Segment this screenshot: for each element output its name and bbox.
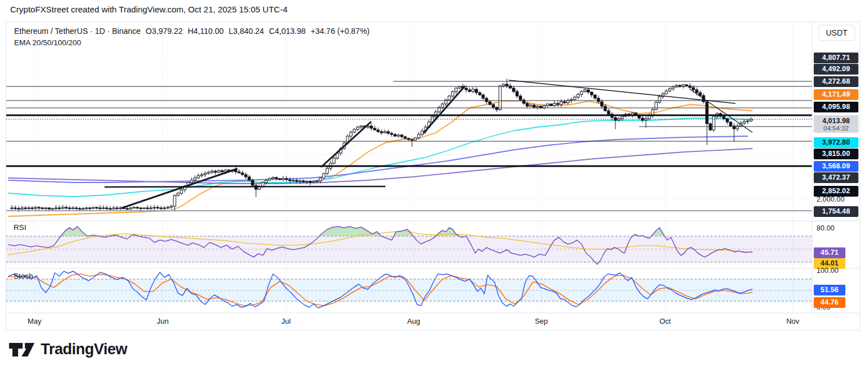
month-label: Sep [530, 317, 553, 325]
currency-button[interactable]: USDT [818, 25, 855, 41]
scale-label: 4,492.09 [814, 64, 858, 75]
month-label: Aug [402, 317, 425, 325]
scale-label: 51.56 [814, 285, 845, 295]
price-scale[interactable]: 4,807.714,492.094,272.684,171.494,095.98… [812, 22, 860, 313]
scale-label: 3,815.00 [814, 149, 858, 159]
current-price: 4,013.98 [822, 117, 850, 125]
scale-label: 80.00 [814, 223, 861, 234]
tradingview-logo[interactable]: TradingView [8, 341, 127, 358]
scale-label: 2,000.00 [814, 194, 861, 205]
time-axis[interactable]: MayJunJulAugSepOctNov [6, 313, 812, 330]
scale-label: 1,754.48 [814, 206, 858, 217]
month-label: Jul [275, 317, 297, 325]
scale-label: 3,972.80 [814, 137, 858, 148]
month-label: Oct [654, 317, 676, 325]
scale-label: 3,568.09 [814, 161, 858, 172]
stoch-pane-label: Stoch [14, 272, 33, 280]
scale-label: 4,095.98 [814, 102, 858, 112]
scale-label: 3,472.37 [814, 172, 858, 183]
tradingview-icon [8, 341, 35, 358]
page: CryptoFXStreet created with TradingView.… [0, 0, 868, 374]
scale-label: 45.71 [814, 247, 845, 258]
scale-label: 44.76 [814, 297, 845, 308]
month-label: May [23, 317, 46, 325]
month-label: Jun [151, 317, 174, 325]
scale-label: 100.00 [814, 266, 861, 276]
bar-countdown: 04:54:32 [823, 125, 849, 132]
month-label: Nov [782, 317, 804, 325]
scale-label: 4,171.49 [814, 89, 858, 100]
scale-label: 4,807.71 [814, 53, 858, 63]
chart-canvas[interactable] [6, 22, 860, 330]
current-price-label: 4,013.9804:54:32 [814, 115, 858, 133]
attribution-text: CryptoFXStreet created with TradingView.… [10, 5, 288, 14]
scale-label: 4,272.68 [814, 76, 858, 87]
chart-widget[interactable]: Ethereum / TetherUS · 1D · BinanceO3,979… [6, 21, 860, 330]
rsi-pane-label: RSI [14, 223, 27, 232]
tradingview-logo-text: TradingView [41, 341, 127, 358]
